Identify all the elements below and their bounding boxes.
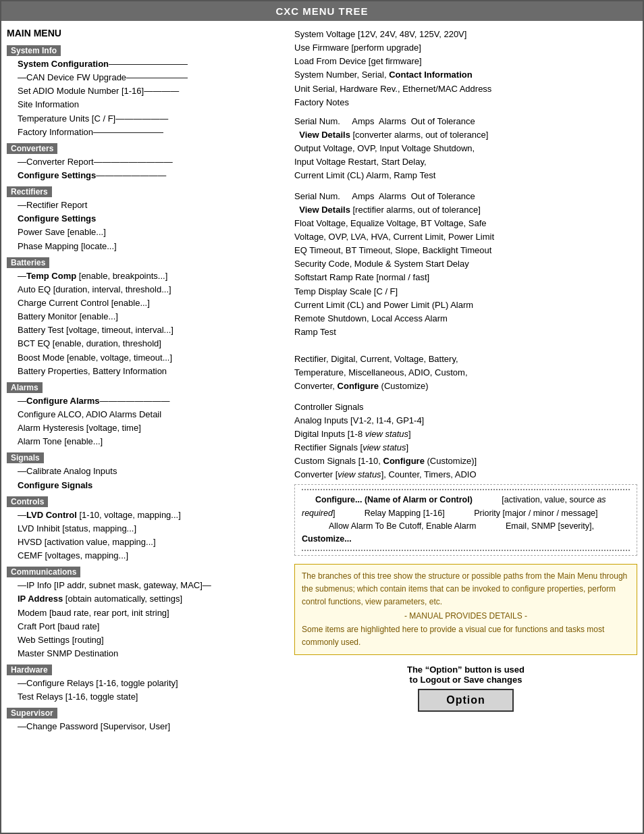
list-item: Controller Signals — [294, 400, 637, 414]
info-text: Some items are highlighted here to provi… — [302, 625, 513, 634]
list-item: Serial Num. Amps Alarms Out of Tolerance — [294, 115, 637, 128]
option-button[interactable]: Option — [418, 689, 514, 712]
section-rectifiers: Rectifiers —Rectifier Report Configure S… — [7, 184, 288, 253]
list-item: Output Voltage, OVP, Input Voltage Shutd… — [294, 142, 637, 155]
list-item: Converter, Configure (Customize) — [294, 380, 637, 393]
configure-dotted-box: Configure... (Name of Alarm or Control) … — [294, 484, 637, 556]
right-column: System Voltage [12V, 24V, 48V, 125V, 220… — [290, 28, 637, 735]
page-wrapper: CXC Menu Tree MAIN MENU System Info Syst… — [0, 0, 644, 834]
list-item: Relay Mapping [1-16] — [338, 509, 445, 518]
list-item: Rectifier, Digital, Current, Voltage, Ba… — [294, 353, 637, 366]
list-item: Test Relays [1-16, toggle state] — [18, 690, 288, 704]
list-item: —Rectifier Report — [18, 199, 288, 212]
list-item: Security Code, Module & System Start Del… — [294, 257, 637, 271]
list-item: Configure Signals — [18, 479, 288, 492]
section-system-info: System Info System Configuration————————… — [7, 43, 288, 139]
section-header-system-info: System Info — [7, 45, 61, 56]
list-item: Serial Num. Amps Alarms Out of Tolerance — [294, 190, 637, 203]
section-header-hardware: Hardware — [7, 664, 52, 675]
section-header-signals: Signals — [7, 452, 44, 463]
list-item: LVD Inhibit [status, mapping...] — [18, 522, 288, 536]
right-group-converter: Serial Num. Amps Alarms Out of Tolerance… — [294, 115, 637, 183]
right-group-system: System Voltage [12V, 24V, 48V, 125V, 220… — [294, 28, 637, 109]
option-note: The “Option” button is usedto Logout or … — [294, 664, 637, 685]
section-header-supervisor: Supervisor — [7, 708, 57, 719]
list-item: Master SNMP Destination — [18, 647, 288, 660]
list-item: —Converter Report————————— — [18, 155, 288, 169]
section-communications: Communications —IP Info [IP addr, subnet… — [7, 564, 288, 660]
list-item: Remote Shutdown, Local Access Alarm — [294, 312, 637, 325]
list-item: Configure... (Name of Alarm or Control) — [302, 495, 473, 504]
option-section: The “Option” button is usedto Logout or … — [294, 664, 637, 712]
list-item: Charge Current Control [enable...] — [18, 296, 288, 310]
list-item: Battery Monitor [enable...] — [18, 310, 288, 323]
list-item: Battery Properties, Battery Information — [18, 365, 288, 378]
list-item: Float Voltage, Equalize Voltage, BT Volt… — [294, 217, 637, 230]
list-item: Alarm Tone [enable...] — [18, 435, 288, 448]
list-item: Configure Settings — [18, 212, 288, 226]
list-item: System Voltage [12V, 24V, 48V, 125V, 220… — [294, 28, 637, 41]
header-title: CXC Menu Tree — [275, 5, 368, 17]
list-item: View Details [rectifier alarms, out of t… — [294, 203, 637, 217]
list-item: Modem [baud rate, rear port, init string… — [18, 606, 288, 620]
list-item: Temperature Units [C / F]—————— — [18, 112, 288, 126]
list-item: Alarm Hysteresis [voltage, time] — [18, 421, 288, 435]
list-item: Factory Information———————— — [18, 126, 288, 139]
section-controls: Controls —LVD Control [1-10, voltage, ma… — [7, 494, 288, 563]
section-header-controls: Controls — [7, 496, 48, 507]
section-supervisor: Supervisor —Change Password [Supervisor,… — [7, 705, 288, 733]
right-group-rectifier: Serial Num. Amps Alarms Out of Tolerance… — [294, 190, 637, 340]
list-item: Ramp Test — [294, 325, 637, 339]
list-item: CEMF [voltages, mapping...] — [18, 549, 288, 563]
section-converters: Converters —Converter Report————————— Co… — [7, 140, 288, 182]
section-header-alarms: Alarms — [7, 382, 43, 393]
list-item: Unit Serial, Hardware Rev., Ethernet/MAC… — [294, 82, 637, 96]
list-item: —Configure Relays [1-16, toggle polarity… — [18, 677, 288, 690]
list-item: Site Information — [18, 98, 288, 111]
list-item: Rectifier Signals [view status] — [294, 441, 637, 454]
info-text: control functions, view parameters, etc. — [302, 597, 442, 606]
list-item: Custom Signals [1-10, Configure (Customi… — [294, 454, 637, 468]
page-header: CXC Menu Tree — [1, 1, 643, 21]
section-alarms: Alarms —Configure Alarms———————— Configu… — [7, 380, 288, 449]
list-item: Auto EQ [duration, interval, threshold..… — [18, 283, 288, 296]
list-item: Power Save [enable...] — [18, 226, 288, 239]
list-item: Phase Mapping [locate...] — [18, 240, 288, 253]
list-item: View Details [converter alarms, out of t… — [294, 128, 637, 142]
info-text: The branches of this tree show the struc… — [302, 571, 523, 581]
list-item: —IP Info [IP addr, subnet mask, gateway,… — [18, 579, 288, 592]
section-signals: Signals —Calibrate Analog Inputs Configu… — [7, 450, 288, 492]
list-item: Load From Device [get firmware] — [294, 55, 637, 68]
list-item: Craft Port [baud rate] — [18, 620, 288, 633]
list-item: Set ADIO Module Number [1-16]———— — [18, 84, 288, 98]
list-item: Digital Inputs [1-8 view status] — [294, 427, 637, 441]
right-group-signals: Controller Signals Analog Inputs [V1-2, … — [294, 400, 637, 482]
section-hardware: Hardware —Configure Relays [1-16, toggle… — [7, 662, 288, 704]
list-item: System Number, Serial, Contact Informati… — [294, 68, 637, 82]
list-item: EQ Timeout, BT Timeout, Slope, Backlight… — [294, 244, 637, 257]
list-item: —Configure Alarms———————— — [18, 394, 288, 408]
list-item: Softstart Ramp Rate [normal / fast] — [294, 271, 637, 284]
list-item: Input Voltage Restart, Start Delay, — [294, 155, 637, 169]
section-header-batteries: Batteries — [7, 257, 49, 268]
list-item: IP Address [obtain automatically, settin… — [18, 592, 288, 606]
info-box: The branches of this tree show the struc… — [294, 564, 637, 655]
list-item: —Change Password [Supervisor, User] — [18, 720, 288, 733]
info-text: items that can be invoked to configure p… — [408, 584, 616, 594]
list-item: —Calibrate Analog Inputs — [18, 465, 288, 478]
list-item: Analog Inputs [V1-2, I1-4, GP1-4] — [294, 414, 637, 427]
list-item: BCT EQ [enable, duration, threshold] — [18, 337, 288, 350]
list-item: Boost Mode [enable, voltage, timeout...] — [18, 351, 288, 365]
list-item: Battery Test [voltage, timeout, interval… — [18, 323, 288, 337]
list-item: Voltage, OVP, LVA, HVA, Current Limit, P… — [294, 230, 637, 244]
section-batteries: Batteries —Temp Comp [enable, breakpoint… — [7, 255, 288, 378]
list-item: Configure ALCO, ADIO Alarms Detail — [18, 408, 288, 421]
list-item: System Configuration————————— — [18, 57, 288, 71]
list-item: Factory Notes — [294, 96, 637, 109]
list-item: Priority [major / minor / message] — [447, 509, 597, 518]
list-item: HVSD [activation value, mapping...] — [18, 536, 288, 549]
list-item: Allow Alarm To Be Cutoff, Enable Alarm — [302, 521, 476, 531]
list-item: Current Limit (CL) Alarm, Ramp Test — [294, 169, 637, 182]
right-group-alarms: Rectifier, Digital, Current, Voltage, Ba… — [294, 353, 637, 393]
section-header-communications: Communications — [7, 567, 80, 577]
